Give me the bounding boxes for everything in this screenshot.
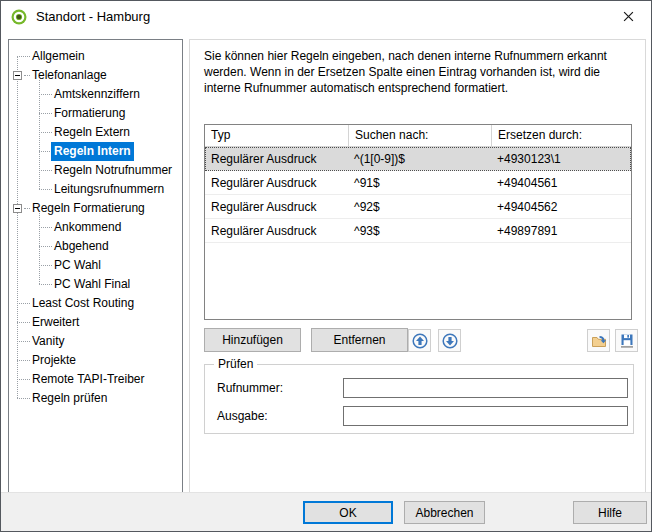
- settings-tree: Allgemein Telefonanlage Amtskennziffern …: [8, 39, 183, 494]
- sidebar-item-pc-wahl-final[interactable]: PC Wahl Final: [9, 275, 182, 294]
- move-up-button[interactable]: [408, 329, 431, 352]
- standort-dialog: Standort - Hamburg Allgemein Telefonanla…: [0, 0, 652, 532]
- add-button[interactable]: Hinzufügen: [204, 328, 301, 352]
- rules-table: Typ Suchen nach: Ersetzen durch: Regulär…: [204, 124, 632, 320]
- ausgabe-input[interactable]: [343, 406, 628, 426]
- cell-suchen: ^(1[0-9])$: [348, 152, 491, 166]
- column-header-ersetzen-durch[interactable]: Ersetzen durch:: [491, 125, 631, 146]
- cell-suchen: ^92$: [348, 200, 491, 214]
- ausgabe-label: Ausgabe:: [217, 409, 268, 423]
- cell-suchen: ^91$: [348, 176, 491, 190]
- table-row[interactable]: Regulärer Ausdruck ^93$ +49897891: [205, 219, 631, 243]
- sidebar-item-abgehend[interactable]: Abgehend: [9, 237, 182, 256]
- sidebar-item-regeln-notrufnummer[interactable]: Regeln Notrufnummer: [9, 161, 182, 180]
- cell-typ: Regulärer Ausdruck: [205, 152, 348, 166]
- cell-typ: Regulärer Ausdruck: [205, 224, 348, 238]
- sidebar-item-regeln-pruefen[interactable]: Regeln prüfen: [9, 389, 182, 408]
- collapse-toggle-icon[interactable]: [13, 71, 22, 80]
- sidebar-item-leitungsrufnummern[interactable]: Leitungsrufnummern: [9, 180, 182, 199]
- pruefen-group: Prüfen Rufnummer: Ausgabe:: [204, 364, 634, 434]
- window-title: Standort - Hamburg: [36, 9, 150, 24]
- sidebar-item-least-cost-routing[interactable]: Least Cost Routing: [9, 294, 182, 313]
- column-header-suchen-nach[interactable]: Suchen nach:: [348, 125, 491, 146]
- save-rules-button[interactable]: [615, 329, 638, 352]
- cell-ersetzen: +49404561: [491, 176, 631, 190]
- cell-typ: Regulärer Ausdruck: [205, 200, 348, 214]
- sidebar-item-telefonanlage[interactable]: Telefonanlage: [9, 66, 182, 85]
- move-up-icon: [412, 333, 428, 349]
- cell-ersetzen: +4930123\1: [491, 152, 631, 166]
- intro-text: Sie können hier Regeln eingeben, nach de…: [204, 48, 638, 96]
- sidebar-item-vanity[interactable]: Vanity: [9, 332, 182, 351]
- sidebar-item-amtskennziffern[interactable]: Amtskennziffern: [9, 85, 182, 104]
- remove-button[interactable]: Entfernen: [311, 328, 408, 352]
- dialog-footer: OK Abbrechen Hilfe: [1, 492, 651, 531]
- folder-import-icon: [591, 333, 607, 349]
- move-down-icon: [442, 333, 458, 349]
- table-row[interactable]: Regulärer Ausdruck ^(1[0-9])$ +4930123\1: [205, 147, 631, 171]
- sidebar-item-pc-wahl[interactable]: PC Wahl: [9, 256, 182, 275]
- sidebar-item-projekte[interactable]: Projekte: [9, 351, 182, 370]
- ok-button[interactable]: OK: [303, 501, 393, 524]
- floppy-save-icon: [619, 333, 635, 349]
- import-rules-button[interactable]: [587, 329, 610, 352]
- table-row[interactable]: Regulärer Ausdruck ^92$ +49404562: [205, 195, 631, 219]
- rules-panel: Sie können hier Regeln eingeben, nach de…: [189, 39, 646, 494]
- sidebar-item-formatierung[interactable]: Formatierung: [9, 104, 182, 123]
- sidebar-item-regeln-formatierung[interactable]: Regeln Formatierung: [9, 199, 182, 218]
- title-bar: Standort - Hamburg: [1, 1, 651, 32]
- help-button[interactable]: Hilfe: [573, 501, 647, 524]
- cancel-button[interactable]: Abbrechen: [404, 501, 485, 524]
- rufnummer-input[interactable]: [343, 378, 628, 398]
- collapse-toggle-icon[interactable]: [13, 204, 22, 213]
- table-row[interactable]: Regulärer Ausdruck ^91$ +49404561: [205, 171, 631, 195]
- close-icon: [623, 11, 634, 22]
- close-button[interactable]: [606, 1, 651, 32]
- cell-ersetzen: +49897891: [491, 224, 631, 238]
- sidebar-item-regeln-intern[interactable]: Regeln Intern: [9, 142, 182, 161]
- column-header-typ[interactable]: Typ: [205, 125, 348, 146]
- sidebar-item-ankommend[interactable]: Ankommend: [9, 218, 182, 237]
- cell-typ: Regulärer Ausdruck: [205, 176, 348, 190]
- sidebar-item-allgemein[interactable]: Allgemein: [9, 47, 182, 66]
- sidebar-item-remote-tapi-treiber[interactable]: Remote TAPI-Treiber: [9, 370, 182, 389]
- group-title: Prüfen: [214, 357, 257, 371]
- sidebar-item-regeln-extern[interactable]: Regeln Extern: [9, 123, 182, 142]
- cell-suchen: ^93$: [348, 224, 491, 238]
- move-down-button[interactable]: [438, 329, 461, 352]
- table-header-row: Typ Suchen nach: Ersetzen durch:: [205, 125, 631, 147]
- rufnummer-label: Rufnummer:: [217, 381, 283, 395]
- cell-ersetzen: +49404562: [491, 200, 631, 214]
- app-target-icon: [11, 9, 27, 25]
- sidebar-item-erweitert[interactable]: Erweitert: [9, 313, 182, 332]
